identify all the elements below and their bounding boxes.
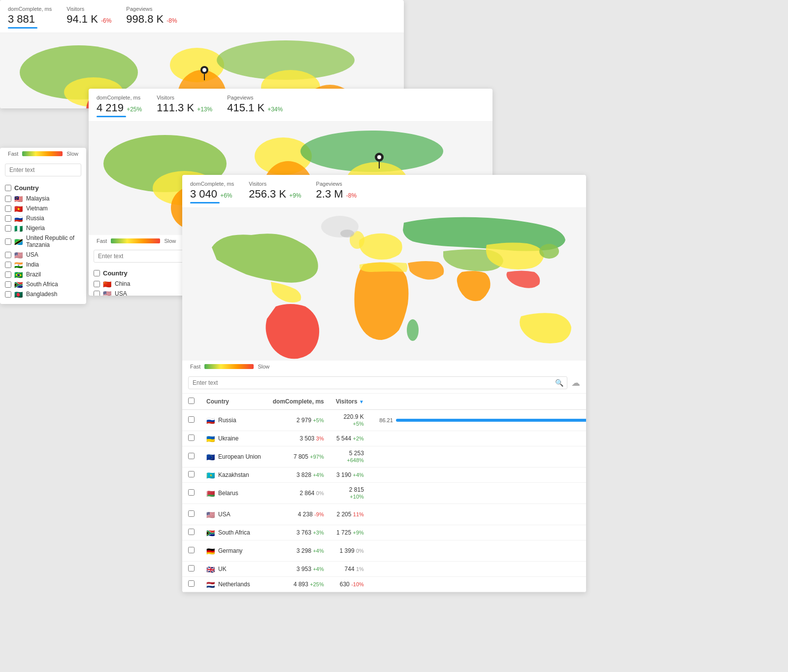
country-flag: 🇲🇾 [14, 196, 23, 202]
row-checkbox[interactable] [188, 580, 195, 587]
country-flag: 🇧🇷 [14, 271, 23, 277]
sidebar1-country-item[interactable]: 🇿🇦South Africa [0, 279, 86, 289]
pageviews-label-3: Pageviews [316, 181, 357, 187]
country-flag: 🇧🇩 [14, 291, 23, 297]
row-checkbox[interactable] [188, 489, 195, 496]
sidebar1-country-item[interactable]: 🇲🇾Malaysia [0, 194, 86, 203]
sidebar1-country-item[interactable]: 🇧🇩Bangladesh [0, 289, 86, 299]
row-checkbox-cell[interactable] [182, 525, 200, 540]
country-checkbox-2[interactable] [94, 291, 100, 296]
sidebar-filter-1: Fast Slow Country 🇲🇾Malaysia🇻🇳Vietnam🇷🇺R… [0, 148, 86, 304]
country-checkbox[interactable] [5, 238, 11, 245]
sidebar1-country-item[interactable]: 🇷🇺Russia [0, 213, 86, 223]
search-box-1[interactable] [5, 164, 81, 176]
domcomplete-col-header[interactable]: domComplete, ms [267, 394, 330, 410]
country-select-all-1[interactable] [5, 185, 11, 191]
row-checkbox-cell[interactable] [182, 577, 200, 592]
country-flag-row: 🇿🇦 [206, 530, 215, 536]
country-name: Malaysia [26, 195, 49, 202]
search-icon: 🔍 [555, 379, 563, 387]
visitors-value-3: 256.3 K +9% [249, 188, 301, 201]
country-checkbox[interactable] [5, 205, 11, 212]
country-flag: 🇹🇿 [14, 238, 23, 244]
row-checkbox[interactable] [188, 565, 195, 571]
row-checkbox-cell[interactable] [182, 504, 200, 525]
country-name-row: Russia [218, 417, 236, 424]
row-checkbox[interactable] [188, 529, 195, 535]
country-name-2: China [115, 280, 130, 287]
sidebar1-country-item[interactable]: 🇧🇷Brazil [0, 269, 86, 279]
country-checkbox[interactable] [5, 281, 11, 288]
country-name-row: Ukraine [218, 435, 238, 442]
domcomplete-change: +5% [313, 417, 324, 423]
country-checkbox[interactable] [5, 225, 11, 232]
row-domcomplete: 3 503 3% [267, 431, 330, 446]
sidebar1-country-item[interactable]: 🇺🇸USA [0, 250, 86, 260]
cloud-download-icon[interactable]: ☁ [571, 377, 580, 388]
row-percent: 86.21 [370, 410, 586, 431]
select-all-checkbox[interactable] [188, 398, 195, 404]
row-checkbox[interactable] [188, 453, 195, 459]
domcomplete-num: 3 763 [296, 529, 311, 536]
pageviews-change-1: -8% [166, 17, 177, 24]
pageviews-value-2: 415.1 K +34% [227, 101, 283, 114]
row-checkbox-cell[interactable] [182, 483, 200, 504]
country-name-row: Germany [218, 547, 242, 554]
row-domcomplete: 3 763 +3% [267, 525, 330, 540]
country-col-header[interactable]: Country [200, 394, 267, 410]
stat-visitors-3: Visitors 256.3 K +9% [249, 181, 301, 201]
sidebar1-country-item[interactable]: 🇮🇳India [0, 260, 86, 269]
visitors-col-header[interactable]: Visitors ▼ [330, 394, 370, 410]
row-checkbox-cell[interactable] [182, 431, 200, 446]
domcomplete-change: +3% [313, 530, 324, 536]
visitors-num: 1 725 [336, 529, 351, 536]
domcomplete-num: 2 979 [296, 417, 311, 424]
sidebar1-country-item[interactable]: 🇳🇬Nigeria [0, 223, 86, 233]
stat-domcomplete-2: domComplete, ms 4 219 +25% [97, 95, 142, 117]
country-flag-row: 🇩🇪 [206, 548, 215, 554]
card-main: domComplete, ms 3 040 +6% Visitors 256.3… [182, 175, 586, 592]
table-row: 🇺🇦 Ukraine 3 503 3% 5 544 +2% 2.16 28.5 … [182, 431, 586, 446]
visitors-change: 11% [353, 511, 364, 517]
domcomplete-change: +4% [313, 472, 324, 478]
svg-point-31 [340, 230, 354, 237]
table-row: 🇧🇾 Belarus 2 864 0% 2 815 +10% 1.10 18.6… [182, 483, 586, 504]
row-checkbox-cell[interactable] [182, 562, 200, 577]
row-checkbox[interactable] [188, 416, 195, 423]
row-domcomplete: 7 805 +97% [267, 446, 330, 468]
stat-pageviews-3: Pageviews 2.3 M -8% [316, 181, 357, 201]
row-checkbox[interactable] [188, 510, 195, 517]
legend-3: Fast Slow [182, 361, 586, 372]
row-checkbox-cell[interactable] [182, 410, 200, 431]
select-all-header[interactable] [182, 394, 200, 410]
sidebar1-country-item[interactable]: 🇻🇳Vietnam [0, 203, 86, 213]
sidebar1-country-item[interactable]: 🇹🇿United Republic of Tanzania [0, 233, 86, 250]
percent-col-header[interactable]: % [370, 394, 586, 410]
country-checkbox[interactable] [5, 196, 11, 202]
search-input-1[interactable] [9, 167, 77, 173]
row-visitors: 220.9 K +5% [330, 410, 370, 431]
row-country: 🇿🇦 South Africa [200, 525, 267, 540]
country-checkbox-2[interactable] [94, 281, 100, 287]
row-checkbox-cell[interactable] [182, 446, 200, 468]
row-checkbox-cell[interactable] [182, 468, 200, 483]
row-checkbox[interactable] [188, 547, 195, 553]
table-row: 🇳🇱 Netherlands 4 893 +25% 630 -10% 0.25 … [182, 577, 586, 592]
country-checkbox[interactable] [5, 215, 11, 222]
row-checkbox[interactable] [188, 435, 195, 441]
country-select-all-2[interactable] [94, 270, 100, 276]
row-checkbox[interactable] [188, 471, 195, 477]
domcomplete-value-3: 3 040 +6% [190, 188, 234, 201]
search-wrap: 🔍 [188, 376, 567, 389]
country-checkbox[interactable] [5, 262, 11, 268]
table-search-input[interactable] [188, 376, 567, 389]
row-percent: 0.55 [370, 540, 586, 562]
row-percent: 0.29 [370, 562, 586, 577]
row-visitors: 3 190 +4% [330, 468, 370, 483]
row-checkbox-cell[interactable] [182, 540, 200, 562]
visitors-change-2: +13% [197, 106, 212, 113]
country-checkbox[interactable] [5, 291, 11, 298]
country-checkbox[interactable] [5, 271, 11, 278]
country-checkbox[interactable] [5, 252, 11, 258]
country-name: USA [26, 251, 38, 258]
